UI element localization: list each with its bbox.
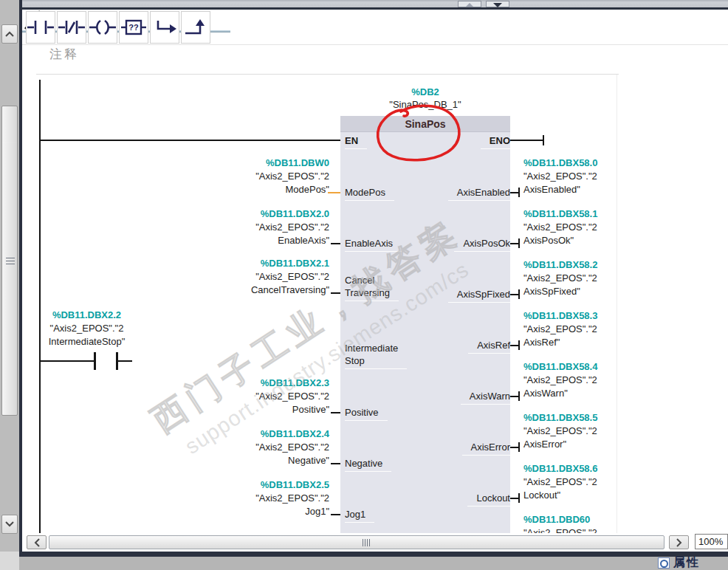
pin-ModePos[interactable]: ModePos <box>345 186 394 201</box>
horizontal-scrollbar-thumb[interactable] <box>49 535 665 549</box>
output-tick-AxisError <box>518 442 520 452</box>
horizontal-scrollbar[interactable] <box>22 533 728 552</box>
empty-box-icon[interactable]: ?? <box>119 11 148 44</box>
operand-output-%DB11.DBD60[interactable]: %DB11.DBD60"Axis2_EPOS"."2 <box>523 513 693 533</box>
nc-contact-icon[interactable] <box>57 11 86 44</box>
branch-wire-left <box>40 360 94 362</box>
nc-contact-bar-left <box>94 352 96 370</box>
operand-input-Jog1[interactable]: %DB11.DBX2.5"Axis2_EPOS"."2Jog1" <box>167 478 329 518</box>
coil-icon[interactable] <box>88 11 117 44</box>
output-tick-AxisRef <box>518 340 520 350</box>
pin-AxisSpFixed[interactable]: AxisSpFixed <box>448 288 510 303</box>
vertical-scrollbar-thumb[interactable] <box>1 106 18 416</box>
pin-AxisPosOk[interactable]: AxisPosOk <box>454 237 510 252</box>
pin-EnableAxis[interactable]: EnableAxis <box>345 237 402 252</box>
pin-Positive[interactable]: Positive <box>345 406 388 421</box>
pin-AxisWarn[interactable]: AxisWarn <box>461 390 510 405</box>
bottom-divider <box>19 552 728 557</box>
pin-eno[interactable]: ENO <box>481 134 510 149</box>
pin-AxisEnabled[interactable]: AxisEnabled <box>448 186 510 201</box>
chevron-up-icon <box>5 31 14 37</box>
chevron-right-icon <box>676 538 682 547</box>
scroll-up-button[interactable] <box>1 24 18 44</box>
pin-AxisRef[interactable]: AxisRef <box>468 339 510 354</box>
operand-output-AxisError[interactable]: %DB11.DBX58.5"Axis2_EPOS"."2AxisError" <box>523 411 693 451</box>
zoom-level-field[interactable]: 100% <box>695 534 728 549</box>
properties-label[interactable]: 属性 <box>673 555 700 570</box>
branch-wire-mid <box>118 360 132 362</box>
block-title[interactable]: SinaPos <box>340 116 510 132</box>
bottom-left-corner <box>0 552 19 570</box>
output-tick-AxisPosOk <box>518 238 520 248</box>
operand-output-AxisPosOk[interactable]: %DB11.DBX58.1"Axis2_EPOS"."2AxisPosOk" <box>523 207 693 247</box>
block-db-name[interactable]: "SinaPos_DB_1" <box>340 98 510 111</box>
input-wire-Negative <box>331 463 340 464</box>
operand-output-AxisRef[interactable]: %DB11.DBX58.3"Axis2_EPOS"."2AxisRef" <box>523 309 693 349</box>
eno-wire <box>510 140 544 141</box>
pin-Jog1[interactable]: Jog1 <box>345 508 374 523</box>
scroll-left-button[interactable] <box>27 535 47 549</box>
operand-input-Negative[interactable]: %DB11.DBX2.4"Axis2_EPOS"."2Negative" <box>167 428 329 467</box>
network-comment-placeholder[interactable]: 注释 <box>49 46 79 63</box>
operand-output-AxisEnabled[interactable]: %DB11.DBX58.0"Axis2_EPOS"."2AxisEnabled" <box>523 157 693 196</box>
open-branch-icon[interactable] <box>150 11 179 44</box>
operand-input-EnableAxis[interactable]: %DB11.DBX2.0"Axis2_EPOS"."2EnableAxis" <box>167 207 329 247</box>
output-tick-AxisEnabled <box>518 188 520 197</box>
input-wire-Jog1 <box>331 514 340 515</box>
power-rail <box>39 80 41 533</box>
pin-Negative[interactable]: Negative <box>345 457 391 472</box>
collapse-up-icon[interactable] <box>458 1 481 7</box>
properties-icon[interactable] <box>658 557 670 569</box>
operand-input-ModePos[interactable]: %DB11.DBW0"Axis2_EPOS"."2ModePos" <box>167 157 329 196</box>
pin-Lockout[interactable]: Lockout <box>467 492 510 507</box>
no-contact-icon[interactable] <box>26 11 55 44</box>
operand-output-AxisSpFixed[interactable]: %DB11.DBX58.2"Axis2_EPOS"."2AxisSpFixed" <box>523 258 693 298</box>
vertical-scrollbar[interactable] <box>0 0 19 552</box>
output-tick-Lockout <box>518 493 520 503</box>
pin-en[interactable]: EN <box>345 134 367 149</box>
pin-IntermediateStop[interactable]: IntermediateStop <box>345 342 407 369</box>
input-wire-EnableAxis <box>331 243 340 244</box>
operand-input-CancelTraversing[interactable]: %DB11.DBX2.1"Axis2_EPOS"."2CancelTravers… <box>167 257 329 297</box>
input-wire-ModePos <box>328 192 340 193</box>
scroll-right-button[interactable] <box>669 535 689 549</box>
filter-icon[interactable] <box>486 1 509 7</box>
input-wire-Positive <box>331 412 340 413</box>
status-bar <box>19 557 728 570</box>
block-db-address[interactable]: %DB2 <box>340 86 510 98</box>
output-tick-AxisWarn <box>518 391 520 401</box>
eno-end-tick <box>543 135 544 145</box>
operand-output-Lockout[interactable]: %DB11.DBX58.6"Axis2_EPOS"."2Lockout" <box>523 462 693 502</box>
pin-AxisError[interactable]: AxisError <box>462 441 510 456</box>
ladder-editor-canvas[interactable]: ?? 注释 %DB2 "SinaPos_DB_1" Si <box>22 10 728 533</box>
operand-input-IntermediateStop[interactable]: %DB11.DBX2.2"Axis2_EPOS"."2IntermediateS… <box>37 309 137 348</box>
en-wire <box>40 140 340 141</box>
chevron-down-icon <box>5 521 14 527</box>
chevron-left-icon <box>34 538 40 547</box>
pin-CancelTraversing[interactable]: CancelTraversing <box>345 274 399 301</box>
operand-input-Positive[interactable]: %DB11.DBX2.3"Axis2_EPOS"."2Positive" <box>167 377 329 416</box>
operand-output-AxisWarn[interactable]: %DB11.DBX58.4"Axis2_EPOS"."2AxisWarn" <box>523 360 693 400</box>
output-tick-AxisSpFixed <box>518 289 520 299</box>
close-branch-icon[interactable] <box>181 11 210 44</box>
scroll-down-button[interactable] <box>1 515 18 534</box>
input-wire-CancelTraversing <box>331 292 340 294</box>
svg-text:??: ?? <box>128 23 139 32</box>
tia-portal-window: ?? 注释 %DB2 "SinaPos_DB_1" Si <box>0 0 728 570</box>
top-toolbar-sliver <box>19 0 728 10</box>
